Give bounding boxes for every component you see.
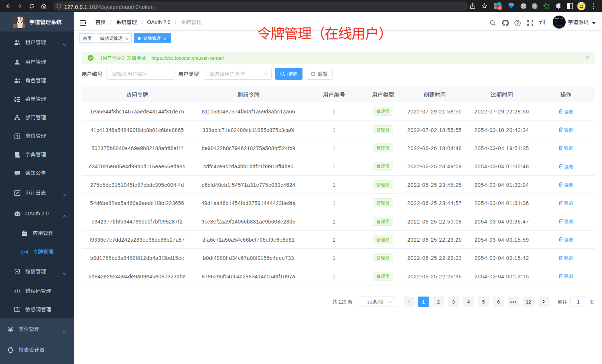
svg-text:a: a [24, 250, 26, 254]
